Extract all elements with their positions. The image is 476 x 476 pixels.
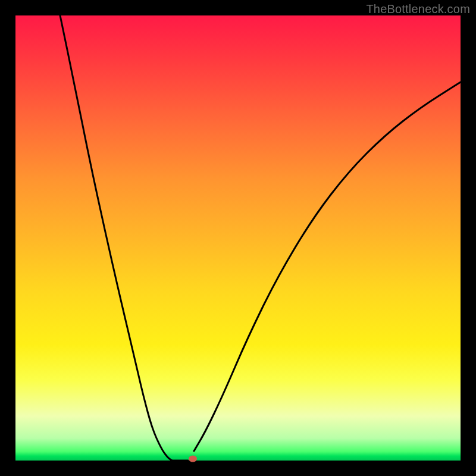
- watermark-text: TheBottleneck.com: [366, 2, 470, 16]
- curve-left-branch: [60, 15, 172, 461]
- chart-plot-area: [15, 15, 461, 461]
- valley-marker-dot: [189, 456, 197, 462]
- curve-right-branch: [194, 82, 461, 451]
- curve-layer: [15, 15, 461, 461]
